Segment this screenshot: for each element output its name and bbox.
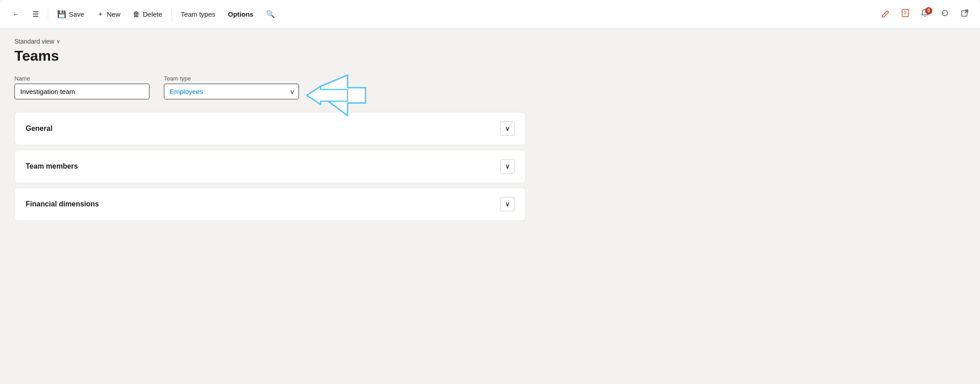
refresh-button[interactable] [937,6,953,22]
accordion-chevron-team-members[interactable]: ∨ [500,159,515,174]
book-icon [901,9,910,20]
accordion: General ∨ Team members ∨ Financial dimen… [14,112,526,221]
menu-button[interactable]: ☰ [27,7,44,21]
team-type-select-wrapper: Employees Ad hoc Owner team ∨ [164,84,299,99]
options-label: Options [228,10,253,18]
accordion-item-team-members: Team members ∨ [14,150,526,183]
team-types-button[interactable]: Team types [176,8,221,21]
view-selector[interactable]: Standard view ∨ [14,38,526,45]
main-content: Standard view ∨ Teams Name Team type Emp… [0,29,540,230]
view-selector-label: Standard view [14,38,54,45]
svg-marker-2 [307,75,366,116]
notification-badge: 0 [925,7,932,14]
name-label: Name [14,75,149,82]
external-button[interactable] [957,6,973,22]
accordion-header-financial[interactable]: Financial dimensions ∨ [15,188,525,220]
team-types-label: Team types [181,10,216,18]
accordion-label-team-members: Team members [26,162,78,170]
eraser-icon [881,9,890,20]
search-icon: 🔍 [266,10,275,18]
save-label: Save [69,10,84,18]
delete-icon: 🗑 [133,10,140,18]
accordion-item-financial: Financial dimensions ∨ [14,188,526,221]
team-type-label: Team type [164,75,299,82]
delete-label: Delete [143,10,162,18]
accordion-label-financial: Financial dimensions [26,200,99,208]
back-button[interactable]: ← [7,8,25,21]
search-button[interactable]: 🔍 [261,7,280,21]
view-selector-chevron: ∨ [56,38,60,45]
book-button[interactable] [897,6,913,22]
eraser-button[interactable] [877,6,894,22]
toolbar: ← ☰ 💾 Save ＋ New 🗑 Delete Team types Opt… [0,0,980,29]
menu-icon: ☰ [32,10,39,18]
refresh-icon [940,9,949,20]
accordion-label-general: General [26,125,53,133]
team-type-select[interactable]: Employees Ad hoc Owner team [164,84,299,99]
divider-1 [48,7,48,22]
back-icon: ← [13,10,20,18]
accordion-chevron-financial[interactable]: ∨ [500,197,515,211]
accordion-header-team-members[interactable]: Team members ∨ [15,150,525,183]
new-icon: ＋ [97,9,104,19]
toolbar-right: 0 [877,6,973,22]
divider-2 [172,7,172,22]
external-icon [960,9,969,20]
new-button[interactable]: ＋ New [91,7,126,22]
page-title: Teams [14,48,526,64]
team-type-form-group: Team type Employees Ad hoc Owner team ∨ [164,75,299,99]
options-button[interactable]: Options [222,8,259,21]
accordion-item-general: General ∨ [14,112,526,145]
form-row: Name Team type Employees Ad hoc Owner te… [14,75,526,99]
save-icon: 💾 [57,10,66,18]
name-input[interactable] [14,84,149,99]
name-form-group: Name [14,75,149,99]
new-label: New [107,10,120,18]
accordion-chevron-general[interactable]: ∨ [500,121,515,136]
delete-button[interactable]: 🗑 Delete [127,8,167,21]
notification-button[interactable]: 0 [917,6,933,22]
accordion-header-general[interactable]: General ∨ [15,112,525,145]
save-button[interactable]: 💾 Save [52,7,90,21]
svg-rect-0 [902,9,908,17]
svg-marker-3 [307,86,348,104]
